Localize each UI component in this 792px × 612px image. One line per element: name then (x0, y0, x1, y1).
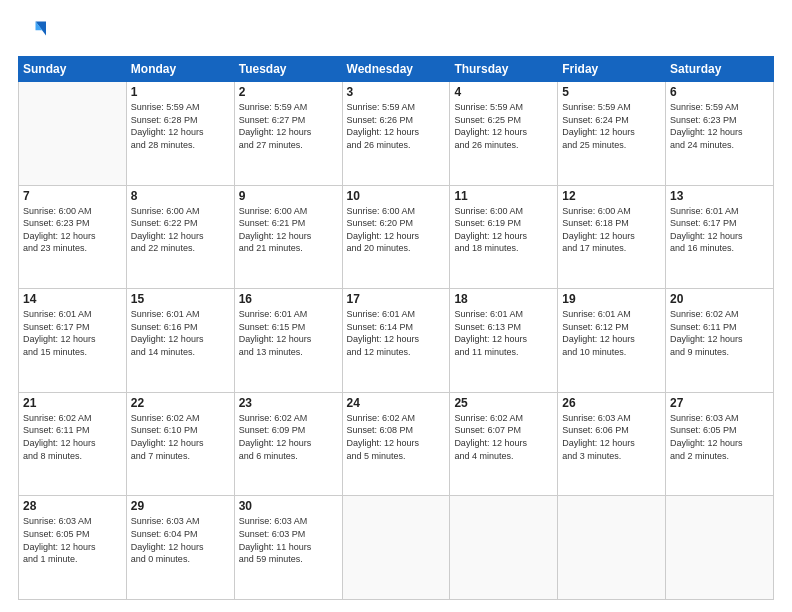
day-info: Sunrise: 6:01 AM Sunset: 6:17 PM Dayligh… (23, 308, 122, 358)
calendar-day-cell: 24Sunrise: 6:02 AM Sunset: 6:08 PM Dayli… (342, 392, 450, 496)
day-number: 17 (347, 292, 446, 306)
day-info: Sunrise: 6:02 AM Sunset: 6:11 PM Dayligh… (23, 412, 122, 462)
logo-icon (18, 18, 46, 46)
day-info: Sunrise: 6:00 AM Sunset: 6:18 PM Dayligh… (562, 205, 661, 255)
day-number: 14 (23, 292, 122, 306)
day-info: Sunrise: 6:03 AM Sunset: 6:05 PM Dayligh… (23, 515, 122, 565)
calendar-day-cell: 11Sunrise: 6:00 AM Sunset: 6:19 PM Dayli… (450, 185, 558, 289)
calendar-day-cell: 6Sunrise: 5:59 AM Sunset: 6:23 PM Daylig… (666, 82, 774, 186)
day-info: Sunrise: 6:03 AM Sunset: 6:03 PM Dayligh… (239, 515, 338, 565)
calendar-week-row: 7Sunrise: 6:00 AM Sunset: 6:23 PM Daylig… (19, 185, 774, 289)
day-number: 16 (239, 292, 338, 306)
calendar-day-cell: 8Sunrise: 6:00 AM Sunset: 6:22 PM Daylig… (126, 185, 234, 289)
calendar-day-cell: 27Sunrise: 6:03 AM Sunset: 6:05 PM Dayli… (666, 392, 774, 496)
day-number: 15 (131, 292, 230, 306)
day-number: 29 (131, 499, 230, 513)
day-of-week-header: Wednesday (342, 57, 450, 82)
day-info: Sunrise: 6:00 AM Sunset: 6:22 PM Dayligh… (131, 205, 230, 255)
calendar-day-cell: 10Sunrise: 6:00 AM Sunset: 6:20 PM Dayli… (342, 185, 450, 289)
day-number: 18 (454, 292, 553, 306)
day-of-week-header: Monday (126, 57, 234, 82)
day-info: Sunrise: 5:59 AM Sunset: 6:25 PM Dayligh… (454, 101, 553, 151)
calendar-day-cell: 30Sunrise: 6:03 AM Sunset: 6:03 PM Dayli… (234, 496, 342, 600)
day-number: 2 (239, 85, 338, 99)
calendar-day-cell: 3Sunrise: 5:59 AM Sunset: 6:26 PM Daylig… (342, 82, 450, 186)
calendar-day-cell: 9Sunrise: 6:00 AM Sunset: 6:21 PM Daylig… (234, 185, 342, 289)
day-number: 22 (131, 396, 230, 410)
calendar-day-cell: 2Sunrise: 5:59 AM Sunset: 6:27 PM Daylig… (234, 82, 342, 186)
calendar-day-cell: 25Sunrise: 6:02 AM Sunset: 6:07 PM Dayli… (450, 392, 558, 496)
day-info: Sunrise: 6:01 AM Sunset: 6:17 PM Dayligh… (670, 205, 769, 255)
calendar-day-cell (19, 82, 127, 186)
day-info: Sunrise: 5:59 AM Sunset: 6:26 PM Dayligh… (347, 101, 446, 151)
calendar-day-cell: 23Sunrise: 6:02 AM Sunset: 6:09 PM Dayli… (234, 392, 342, 496)
day-of-week-header: Saturday (666, 57, 774, 82)
calendar-day-cell: 20Sunrise: 6:02 AM Sunset: 6:11 PM Dayli… (666, 289, 774, 393)
day-info: Sunrise: 6:00 AM Sunset: 6:20 PM Dayligh… (347, 205, 446, 255)
day-number: 10 (347, 189, 446, 203)
calendar-day-cell: 14Sunrise: 6:01 AM Sunset: 6:17 PM Dayli… (19, 289, 127, 393)
day-number: 6 (670, 85, 769, 99)
day-of-week-header: Friday (558, 57, 666, 82)
calendar-day-cell: 16Sunrise: 6:01 AM Sunset: 6:15 PM Dayli… (234, 289, 342, 393)
day-info: Sunrise: 6:03 AM Sunset: 6:06 PM Dayligh… (562, 412, 661, 462)
day-number: 5 (562, 85, 661, 99)
calendar-day-cell: 17Sunrise: 6:01 AM Sunset: 6:14 PM Dayli… (342, 289, 450, 393)
day-of-week-header: Sunday (19, 57, 127, 82)
calendar-table: SundayMondayTuesdayWednesdayThursdayFrid… (18, 56, 774, 600)
day-info: Sunrise: 6:01 AM Sunset: 6:16 PM Dayligh… (131, 308, 230, 358)
calendar-day-cell: 29Sunrise: 6:03 AM Sunset: 6:04 PM Dayli… (126, 496, 234, 600)
day-number: 8 (131, 189, 230, 203)
day-info: Sunrise: 6:00 AM Sunset: 6:19 PM Dayligh… (454, 205, 553, 255)
day-info: Sunrise: 5:59 AM Sunset: 6:27 PM Dayligh… (239, 101, 338, 151)
calendar-day-cell (666, 496, 774, 600)
page: SundayMondayTuesdayWednesdayThursdayFrid… (0, 0, 792, 612)
day-info: Sunrise: 6:02 AM Sunset: 6:09 PM Dayligh… (239, 412, 338, 462)
day-number: 26 (562, 396, 661, 410)
calendar-day-cell: 22Sunrise: 6:02 AM Sunset: 6:10 PM Dayli… (126, 392, 234, 496)
calendar-day-cell: 5Sunrise: 5:59 AM Sunset: 6:24 PM Daylig… (558, 82, 666, 186)
calendar-week-row: 28Sunrise: 6:03 AM Sunset: 6:05 PM Dayli… (19, 496, 774, 600)
day-number: 24 (347, 396, 446, 410)
calendar-week-row: 1Sunrise: 5:59 AM Sunset: 6:28 PM Daylig… (19, 82, 774, 186)
calendar-header-row: SundayMondayTuesdayWednesdayThursdayFrid… (19, 57, 774, 82)
day-number: 25 (454, 396, 553, 410)
day-number: 23 (239, 396, 338, 410)
calendar-day-cell: 7Sunrise: 6:00 AM Sunset: 6:23 PM Daylig… (19, 185, 127, 289)
header (18, 18, 774, 46)
day-info: Sunrise: 6:02 AM Sunset: 6:10 PM Dayligh… (131, 412, 230, 462)
calendar-day-cell (558, 496, 666, 600)
day-info: Sunrise: 6:03 AM Sunset: 6:05 PM Dayligh… (670, 412, 769, 462)
day-info: Sunrise: 6:01 AM Sunset: 6:15 PM Dayligh… (239, 308, 338, 358)
day-info: Sunrise: 5:59 AM Sunset: 6:28 PM Dayligh… (131, 101, 230, 151)
day-number: 19 (562, 292, 661, 306)
day-info: Sunrise: 5:59 AM Sunset: 6:24 PM Dayligh… (562, 101, 661, 151)
calendar-day-cell: 21Sunrise: 6:02 AM Sunset: 6:11 PM Dayli… (19, 392, 127, 496)
day-info: Sunrise: 5:59 AM Sunset: 6:23 PM Dayligh… (670, 101, 769, 151)
day-info: Sunrise: 6:02 AM Sunset: 6:08 PM Dayligh… (347, 412, 446, 462)
logo (18, 18, 50, 46)
day-number: 28 (23, 499, 122, 513)
calendar-day-cell: 28Sunrise: 6:03 AM Sunset: 6:05 PM Dayli… (19, 496, 127, 600)
calendar-day-cell: 15Sunrise: 6:01 AM Sunset: 6:16 PM Dayli… (126, 289, 234, 393)
day-number: 9 (239, 189, 338, 203)
day-info: Sunrise: 6:01 AM Sunset: 6:13 PM Dayligh… (454, 308, 553, 358)
calendar-day-cell: 4Sunrise: 5:59 AM Sunset: 6:25 PM Daylig… (450, 82, 558, 186)
day-info: Sunrise: 6:01 AM Sunset: 6:12 PM Dayligh… (562, 308, 661, 358)
day-info: Sunrise: 6:02 AM Sunset: 6:11 PM Dayligh… (670, 308, 769, 358)
day-info: Sunrise: 6:02 AM Sunset: 6:07 PM Dayligh… (454, 412, 553, 462)
day-number: 7 (23, 189, 122, 203)
day-number: 27 (670, 396, 769, 410)
calendar-week-row: 14Sunrise: 6:01 AM Sunset: 6:17 PM Dayli… (19, 289, 774, 393)
day-number: 12 (562, 189, 661, 203)
calendar-day-cell (342, 496, 450, 600)
day-number: 21 (23, 396, 122, 410)
calendar-day-cell: 13Sunrise: 6:01 AM Sunset: 6:17 PM Dayli… (666, 185, 774, 289)
day-info: Sunrise: 6:00 AM Sunset: 6:21 PM Dayligh… (239, 205, 338, 255)
day-number: 1 (131, 85, 230, 99)
calendar-day-cell (450, 496, 558, 600)
day-number: 4 (454, 85, 553, 99)
calendar-day-cell: 19Sunrise: 6:01 AM Sunset: 6:12 PM Dayli… (558, 289, 666, 393)
day-number: 11 (454, 189, 553, 203)
calendar-day-cell: 26Sunrise: 6:03 AM Sunset: 6:06 PM Dayli… (558, 392, 666, 496)
